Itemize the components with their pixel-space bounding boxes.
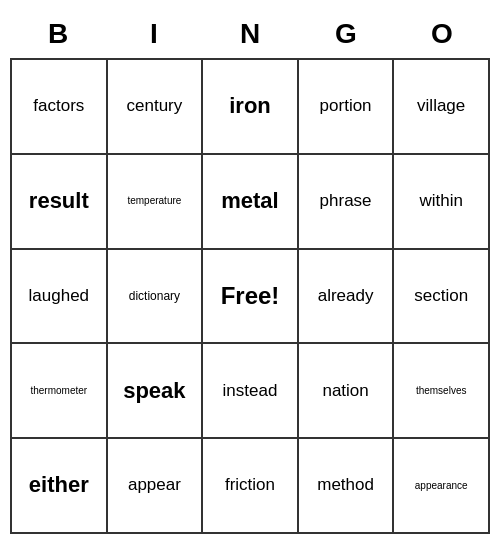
cell-text-r4-c3: method bbox=[317, 475, 374, 495]
bingo-cell-r0-c0[interactable]: factors bbox=[12, 60, 108, 155]
cell-text-r1-c3: phrase bbox=[320, 191, 372, 211]
bingo-cell-r2-c0[interactable]: laughed bbox=[12, 250, 108, 345]
cell-text-r2-c1: dictionary bbox=[129, 289, 180, 303]
cell-text-r4-c0: either bbox=[29, 472, 89, 498]
cell-text-r0-c2: iron bbox=[229, 93, 271, 119]
bingo-cell-r0-c2[interactable]: iron bbox=[203, 60, 299, 155]
cell-text-r3-c4: themselves bbox=[416, 385, 467, 397]
cell-text-r1-c0: result bbox=[29, 188, 89, 214]
bingo-header: BINGO bbox=[10, 10, 490, 58]
bingo-cell-r4-c3[interactable]: method bbox=[299, 439, 395, 534]
header-letter-g: G bbox=[298, 10, 394, 58]
cell-text-r3-c2: instead bbox=[223, 381, 278, 401]
bingo-cell-r2-c2[interactable]: Free! bbox=[203, 250, 299, 345]
bingo-cell-r0-c1[interactable]: century bbox=[108, 60, 204, 155]
bingo-grid: factorscenturyironportionvillageresultte… bbox=[10, 58, 490, 534]
cell-text-r1-c1: temperature bbox=[127, 195, 181, 207]
header-letter-n: N bbox=[202, 10, 298, 58]
bingo-card: BINGO factorscenturyironportionvillagere… bbox=[10, 10, 490, 534]
header-letter-i: I bbox=[106, 10, 202, 58]
bingo-cell-r1-c1[interactable]: temperature bbox=[108, 155, 204, 250]
bingo-cell-r3-c0[interactable]: thermometer bbox=[12, 344, 108, 439]
cell-text-r3-c0: thermometer bbox=[30, 385, 87, 397]
cell-text-r0-c0: factors bbox=[33, 96, 84, 116]
bingo-cell-r3-c2[interactable]: instead bbox=[203, 344, 299, 439]
bingo-cell-r1-c2[interactable]: metal bbox=[203, 155, 299, 250]
cell-text-r2-c0: laughed bbox=[29, 286, 90, 306]
cell-text-r3-c1: speak bbox=[123, 378, 185, 404]
bingo-cell-r2-c4[interactable]: section bbox=[394, 250, 490, 345]
bingo-cell-r3-c4[interactable]: themselves bbox=[394, 344, 490, 439]
bingo-cell-r3-c3[interactable]: nation bbox=[299, 344, 395, 439]
cell-text-r0-c3: portion bbox=[320, 96, 372, 116]
bingo-cell-r4-c0[interactable]: either bbox=[12, 439, 108, 534]
cell-text-r2-c4: section bbox=[414, 286, 468, 306]
cell-text-r1-c4: within bbox=[419, 191, 462, 211]
bingo-cell-r0-c4[interactable]: village bbox=[394, 60, 490, 155]
header-letter-o: O bbox=[394, 10, 490, 58]
cell-text-r2-c2: Free! bbox=[221, 282, 280, 311]
cell-text-r3-c3: nation bbox=[322, 381, 368, 401]
cell-text-r0-c4: village bbox=[417, 96, 465, 116]
header-letter-b: B bbox=[10, 10, 106, 58]
bingo-cell-r1-c4[interactable]: within bbox=[394, 155, 490, 250]
bingo-cell-r1-c0[interactable]: result bbox=[12, 155, 108, 250]
bingo-cell-r4-c2[interactable]: friction bbox=[203, 439, 299, 534]
bingo-cell-r2-c3[interactable]: already bbox=[299, 250, 395, 345]
cell-text-r2-c3: already bbox=[318, 286, 374, 306]
cell-text-r1-c2: metal bbox=[221, 188, 278, 214]
cell-text-r4-c4: appearance bbox=[415, 480, 468, 492]
bingo-cell-r4-c4[interactable]: appearance bbox=[394, 439, 490, 534]
bingo-cell-r0-c3[interactable]: portion bbox=[299, 60, 395, 155]
bingo-cell-r3-c1[interactable]: speak bbox=[108, 344, 204, 439]
cell-text-r4-c1: appear bbox=[128, 475, 181, 495]
bingo-cell-r2-c1[interactable]: dictionary bbox=[108, 250, 204, 345]
cell-text-r0-c1: century bbox=[127, 96, 183, 116]
cell-text-r4-c2: friction bbox=[225, 475, 275, 495]
bingo-cell-r4-c1[interactable]: appear bbox=[108, 439, 204, 534]
bingo-cell-r1-c3[interactable]: phrase bbox=[299, 155, 395, 250]
